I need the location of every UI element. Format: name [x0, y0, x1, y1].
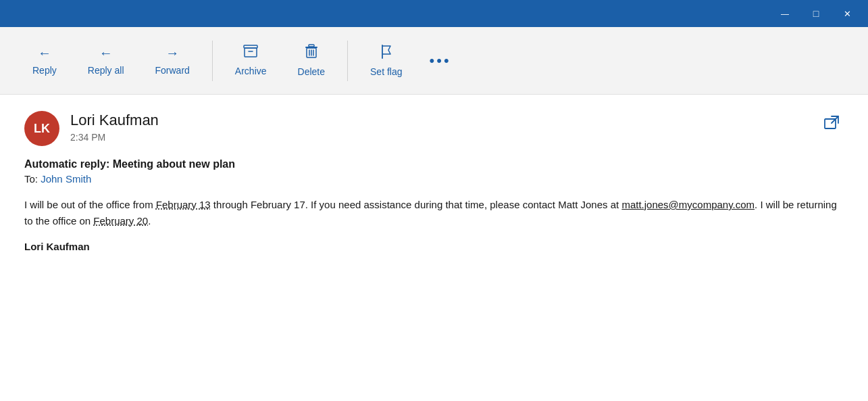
title-bar	[0, 0, 868, 27]
body-text-1: I will be out of the office from	[24, 199, 156, 210]
avatar: LK	[24, 111, 59, 146]
email-body: I will be out of the office from Februar…	[24, 197, 844, 255]
delete-button[interactable]: Delete	[286, 39, 337, 82]
email-to: To: John Smith	[24, 173, 844, 185]
body-email[interactable]: matt.jones@mycompany.com	[621, 199, 755, 210]
toolbar-separator-1	[212, 41, 213, 81]
body-date-2: February 20	[93, 215, 148, 227]
to-name: John Smith	[41, 173, 91, 185]
sender-time: 2:34 PM	[70, 132, 159, 143]
reply-all-icon	[99, 45, 113, 61]
close-button[interactable]	[832, 0, 863, 27]
body-paragraph: I will be out of the office from Februar…	[24, 197, 844, 229]
close-icon	[844, 8, 851, 19]
toolbar: Reply Reply all Forward Archive	[0, 27, 868, 95]
delete-icon	[305, 44, 318, 62]
window-controls	[769, 0, 863, 27]
email-signature: Lori Kaufman	[24, 239, 844, 255]
minimize-icon	[781, 8, 789, 19]
forward-label: Forward	[155, 65, 190, 76]
set-flag-label: Set flag	[370, 66, 402, 77]
svg-rect-4	[309, 45, 314, 47]
svg-rect-1	[245, 48, 257, 57]
forward-button[interactable]: Forward	[143, 40, 202, 81]
archive-button[interactable]: Archive	[223, 39, 279, 82]
svg-line-11	[832, 116, 838, 123]
more-options-button[interactable]: •••	[422, 47, 459, 75]
reply-all-label: Reply all	[88, 65, 124, 76]
forward-icon	[165, 45, 179, 61]
to-label: To:	[24, 173, 38, 185]
toolbar-separator-2	[347, 41, 348, 81]
reply-button[interactable]: Reply	[20, 40, 69, 81]
reply-icon	[38, 45, 51, 61]
email-header: LK Lori Kaufman 2:34 PM	[24, 111, 844, 146]
minimize-button[interactable]	[769, 0, 800, 27]
sender-name: Lori Kaufman	[70, 111, 159, 131]
archive-label: Archive	[235, 66, 267, 76]
body-date-1: February 13	[156, 199, 211, 210]
maximize-button[interactable]	[800, 0, 832, 27]
reply-label: Reply	[32, 65, 57, 76]
body-text-2: through February 17. If you need assista…	[211, 199, 622, 210]
delete-label: Delete	[298, 66, 325, 77]
sender-info: Lori Kaufman 2:34 PM	[70, 111, 159, 143]
set-flag-button[interactable]: Set flag	[358, 39, 414, 82]
maximize-icon	[813, 8, 819, 19]
more-icon: •••	[430, 52, 451, 69]
body-text-4: .	[148, 215, 151, 227]
email-content-area: LK Lori Kaufman 2:34 PM Automatic reply:…	[0, 95, 868, 401]
open-in-new-button[interactable]	[819, 111, 844, 140]
flag-icon	[380, 44, 393, 62]
email-subject: Automatic reply: Meeting about new plan	[24, 158, 844, 170]
archive-icon	[243, 45, 258, 62]
reply-all-button[interactable]: Reply all	[76, 40, 136, 81]
